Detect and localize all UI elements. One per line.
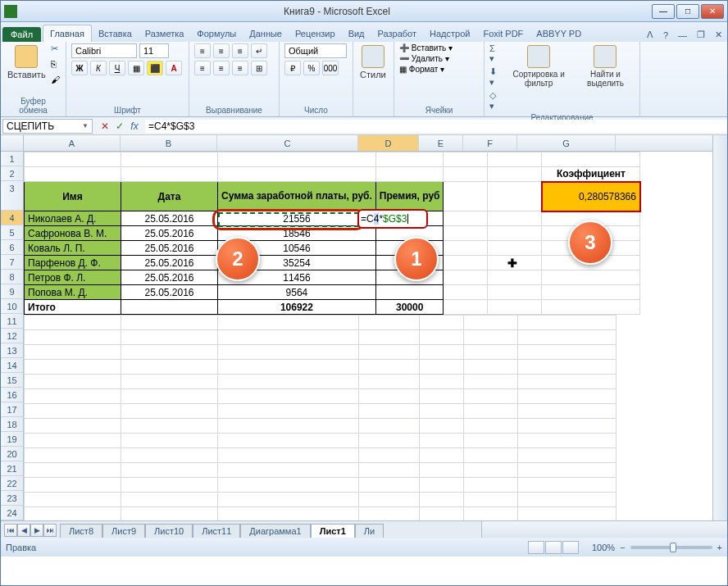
align-top-button[interactable]: ≡ xyxy=(194,43,211,58)
tab-formulas[interactable]: Формулы xyxy=(190,25,243,42)
comma-button[interactable]: 000 xyxy=(322,61,339,75)
row-header[interactable]: 18 xyxy=(1,417,24,432)
row-header[interactable]: 9 xyxy=(1,284,24,299)
row-header[interactable]: 6 xyxy=(1,240,24,255)
sheet-nav-prev[interactable]: ◀ xyxy=(17,524,30,537)
enter-icon[interactable]: ✓ xyxy=(114,120,125,132)
close-button[interactable]: ✕ xyxy=(701,4,724,19)
sheet-tab[interactable]: Лист10 xyxy=(145,524,193,538)
align-mid-button[interactable]: ≡ xyxy=(213,43,230,58)
font-name-combo[interactable]: Calibri xyxy=(71,43,137,58)
col-header[interactable]: G xyxy=(517,135,616,151)
doc-close-icon[interactable]: ✕ xyxy=(710,28,727,42)
row-header[interactable]: 14 xyxy=(1,358,24,373)
sheet-tab[interactable]: Лист8 xyxy=(60,524,102,538)
tab-developer[interactable]: Разработ xyxy=(371,25,423,42)
view-layout-button[interactable] xyxy=(545,541,562,554)
copy-icon[interactable]: ⎘ xyxy=(51,59,64,72)
zoom-out-button[interactable]: − xyxy=(620,543,625,552)
tab-view[interactable]: Вид xyxy=(342,25,371,42)
formula-input[interactable]: =C4*$G$3 xyxy=(145,120,727,133)
maximize-button[interactable]: □ xyxy=(676,4,699,19)
align-center-button[interactable]: ≡ xyxy=(213,61,230,75)
cancel-icon[interactable]: ✕ xyxy=(99,120,111,132)
sheet-nav-last[interactable]: ⏭ xyxy=(43,524,57,537)
row-header[interactable]: 23 xyxy=(1,491,24,506)
zoom-in-button[interactable]: + xyxy=(717,543,722,552)
fx-icon[interactable]: fx xyxy=(129,120,140,132)
grid[interactable]: Коэффициент Имя Дата Сумма заработной пл… xyxy=(24,152,641,315)
tab-home[interactable]: Главная xyxy=(43,25,92,42)
find-select-button[interactable]: Найти и выделить xyxy=(576,43,635,89)
col-header[interactable]: D xyxy=(358,135,419,151)
cell-name[interactable]: Николаев А. Д. xyxy=(25,211,121,226)
tab-insert[interactable]: Вставка xyxy=(92,25,139,42)
tab-addins[interactable]: Надстрой xyxy=(423,25,476,42)
merge-button[interactable]: ⊞ xyxy=(251,61,267,75)
col-header[interactable]: E xyxy=(419,135,463,151)
currency-button[interactable]: ₽ xyxy=(284,61,301,75)
italic-button[interactable]: К xyxy=(90,61,107,75)
autosum-button[interactable]: Σ ▾ xyxy=(489,43,501,64)
ribbon-min-icon[interactable]: ᐱ xyxy=(642,28,658,42)
paste-button[interactable]: Вставить xyxy=(6,43,48,81)
row-header[interactable]: 24 xyxy=(1,506,24,520)
col-header[interactable]: B xyxy=(121,135,217,151)
font-color-button[interactable]: A xyxy=(166,61,182,75)
row-header[interactable]: 21 xyxy=(1,461,24,476)
tab-abbyy[interactable]: ABBYY PD xyxy=(530,25,588,42)
row-header[interactable]: 8 xyxy=(1,270,24,284)
row-header[interactable]: 15 xyxy=(1,373,24,388)
row-header[interactable]: 19 xyxy=(1,432,24,447)
col-header[interactable]: A xyxy=(24,135,121,151)
bold-button[interactable]: Ж xyxy=(71,61,88,75)
sort-filter-button[interactable]: Сортировка и фильтр xyxy=(504,43,573,89)
sheet-tab[interactable]: Лист11 xyxy=(193,524,240,538)
percent-button[interactable]: % xyxy=(303,61,320,75)
row-header[interactable]: 7 xyxy=(1,255,24,270)
styles-button[interactable]: Стили xyxy=(358,43,388,81)
tab-layout[interactable]: Разметка xyxy=(139,25,191,42)
row-header[interactable]: 4 xyxy=(1,211,24,225)
minimize-button[interactable]: — xyxy=(652,4,675,19)
row-header[interactable]: 1 xyxy=(1,152,24,166)
row-header[interactable]: 2 xyxy=(1,166,24,181)
wrap-button[interactable]: ↵ xyxy=(251,43,267,58)
row-header[interactable]: 11 xyxy=(1,314,24,329)
sheet-tab[interactable]: Лист9 xyxy=(102,524,145,538)
total-label[interactable]: Итого xyxy=(25,300,121,315)
tab-data[interactable]: Данные xyxy=(243,25,289,42)
tab-foxit[interactable]: Foxit PDF xyxy=(476,25,530,42)
tab-review[interactable]: Рецензир xyxy=(289,25,342,42)
sheet-nav-next[interactable]: ▶ xyxy=(30,524,43,537)
align-left-button[interactable]: ≡ xyxy=(194,61,211,75)
row-header[interactable]: 17 xyxy=(1,402,24,417)
row-header[interactable]: 13 xyxy=(1,343,24,358)
cells-insert-button[interactable]: ➕ Вставить ▾ xyxy=(399,43,453,52)
select-all-button[interactable] xyxy=(1,135,24,151)
chevron-down-icon[interactable]: ▼ xyxy=(82,122,89,129)
row-header[interactable]: 16 xyxy=(1,388,24,402)
doc-restore-icon[interactable]: ❐ xyxy=(692,28,710,42)
row-header[interactable]: 22 xyxy=(1,476,24,491)
underline-button[interactable]: Ч xyxy=(109,61,125,75)
worksheet[interactable]: A B C D E F G 12345678910111213141516171… xyxy=(1,135,727,520)
row-header[interactable]: 20 xyxy=(1,447,24,461)
vertical-scrollbar[interactable] xyxy=(712,135,727,520)
align-bot-button[interactable]: ≡ xyxy=(232,43,248,58)
row-header[interactable]: 10 xyxy=(1,299,24,314)
number-format-combo[interactable]: Общий xyxy=(284,43,347,58)
row-header[interactable]: 3 xyxy=(1,181,24,211)
col-header[interactable]: C xyxy=(217,135,358,151)
clear-button[interactable]: ◇ ▾ xyxy=(489,90,501,111)
help-icon[interactable]: ? xyxy=(658,29,673,42)
file-tab[interactable]: Файл xyxy=(2,27,41,42)
sheet-tab[interactable]: Ли xyxy=(355,524,384,538)
format-painter-icon[interactable]: 🖌 xyxy=(51,75,64,88)
sheet-tab-active[interactable]: Лист1 xyxy=(311,524,355,538)
active-cell-editor[interactable]: =C4**$G$3$G$3 xyxy=(357,209,428,229)
horizontal-scrollbar[interactable] xyxy=(481,521,727,538)
doc-min-icon[interactable]: — xyxy=(673,29,692,42)
font-size-combo[interactable]: 11 xyxy=(139,43,169,58)
cells-format-button[interactable]: ▦ Формат ▾ xyxy=(399,65,444,74)
